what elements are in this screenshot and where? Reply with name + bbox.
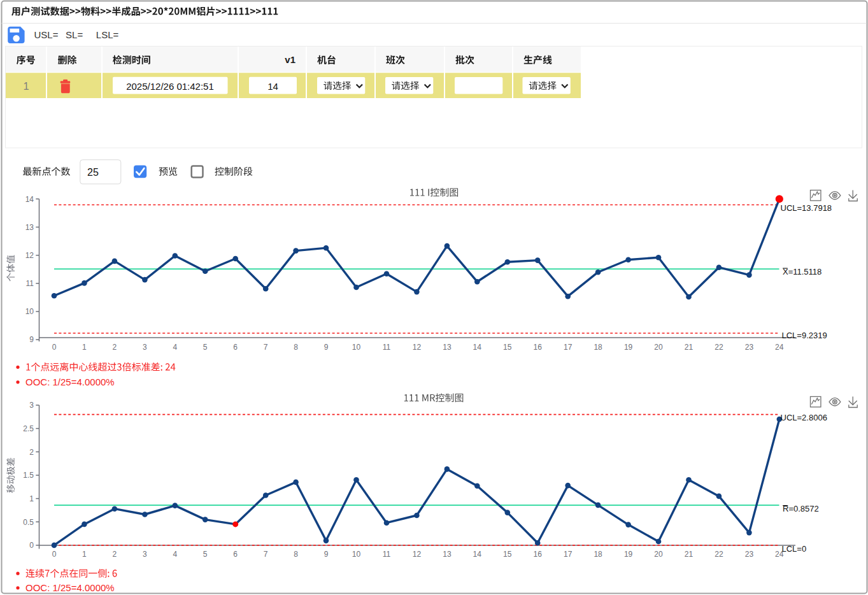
svg-text:21: 21 — [685, 343, 694, 352]
svg-text:1: 1 — [29, 494, 34, 503]
svg-text:LCL=0: LCL=0 — [782, 544, 807, 554]
svg-text:2: 2 — [113, 343, 117, 352]
svg-text:9: 9 — [324, 550, 329, 559]
svg-text:0.5: 0.5 — [23, 518, 34, 527]
svg-text:17: 17 — [564, 343, 573, 352]
svg-text:14: 14 — [25, 195, 34, 204]
svg-text:8: 8 — [294, 550, 298, 559]
svg-text:LSL=: LSL= — [96, 29, 119, 40]
svg-text:23: 23 — [745, 343, 754, 352]
svg-text:1: 1 — [82, 550, 87, 559]
svg-text:19: 19 — [624, 550, 633, 559]
svg-text:23: 23 — [745, 550, 754, 559]
svg-text:11: 11 — [383, 343, 391, 352]
svg-text:10: 10 — [25, 307, 34, 316]
svg-text:21: 21 — [685, 550, 694, 559]
svg-text:12: 12 — [25, 251, 34, 260]
svg-text:16: 16 — [534, 343, 543, 352]
svg-text:UCL=13.7918: UCL=13.7918 — [781, 203, 832, 213]
svg-text:14: 14 — [267, 81, 278, 92]
svg-text:v1: v1 — [285, 54, 295, 65]
svg-text:11: 11 — [383, 550, 391, 559]
svg-text:0: 0 — [52, 550, 57, 559]
svg-text:13: 13 — [443, 343, 452, 352]
svg-text:USL=: USL= — [34, 29, 59, 40]
svg-text:1.5: 1.5 — [23, 471, 34, 480]
svg-text:7: 7 — [264, 343, 268, 352]
svg-text:20: 20 — [654, 343, 663, 352]
svg-text:0: 0 — [29, 541, 34, 550]
svg-text:17: 17 — [564, 550, 573, 559]
svg-text:3: 3 — [143, 343, 147, 352]
svg-text:12: 12 — [413, 550, 422, 559]
svg-text:11: 11 — [26, 279, 34, 288]
svg-text:4: 4 — [173, 343, 177, 352]
svg-text:19: 19 — [624, 343, 633, 352]
svg-text:1: 1 — [82, 343, 87, 352]
svg-text:OOC: 1/25=4.0000%: OOC: 1/25=4.0000% — [25, 376, 115, 387]
svg-text:13: 13 — [25, 223, 34, 232]
svg-text:16: 16 — [534, 550, 543, 559]
svg-text:13: 13 — [443, 550, 452, 559]
svg-text:24: 24 — [775, 343, 784, 352]
svg-text:6: 6 — [233, 343, 238, 352]
svg-text:14: 14 — [473, 550, 482, 559]
svg-text:X=11.5118: X=11.5118 — [783, 267, 822, 276]
svg-text:6: 6 — [233, 550, 238, 559]
svg-text:7: 7 — [264, 550, 268, 559]
svg-text:2: 2 — [113, 550, 117, 559]
svg-text:22: 22 — [715, 550, 723, 559]
svg-text:2: 2 — [29, 448, 34, 457]
svg-text:15: 15 — [503, 343, 512, 352]
svg-text:3: 3 — [29, 401, 34, 410]
svg-text:SL=: SL= — [66, 29, 83, 40]
svg-text:8: 8 — [294, 343, 298, 352]
svg-text:10: 10 — [352, 343, 361, 352]
svg-text:9: 9 — [29, 335, 34, 344]
svg-text:15: 15 — [503, 550, 512, 559]
svg-text:0: 0 — [52, 343, 57, 352]
svg-text:R=0.8572: R=0.8572 — [783, 504, 819, 513]
svg-text:5: 5 — [203, 550, 208, 559]
svg-text:20: 20 — [654, 550, 663, 559]
svg-text:12: 12 — [413, 343, 422, 352]
svg-text:OOC: 1/25=4.0000%: OOC: 1/25=4.0000% — [25, 582, 115, 593]
svg-text:9: 9 — [324, 343, 329, 352]
svg-text:18: 18 — [594, 550, 602, 559]
svg-text:2025/12/26 01:42:51: 2025/12/26 01:42:51 — [126, 81, 214, 92]
svg-text:UCL=2.8006: UCL=2.8006 — [781, 413, 827, 422]
svg-text:LCL=9.2319: LCL=9.2319 — [782, 331, 827, 340]
svg-text:10: 10 — [352, 550, 361, 559]
svg-text:22: 22 — [715, 343, 723, 352]
svg-text:2.5: 2.5 — [23, 424, 34, 433]
svg-text:14: 14 — [473, 343, 482, 352]
svg-text:3: 3 — [143, 550, 147, 559]
svg-text:25: 25 — [87, 167, 99, 178]
svg-text:4: 4 — [173, 550, 177, 559]
svg-text:18: 18 — [594, 343, 602, 352]
svg-text:5: 5 — [203, 343, 208, 352]
svg-text:1: 1 — [23, 80, 29, 92]
